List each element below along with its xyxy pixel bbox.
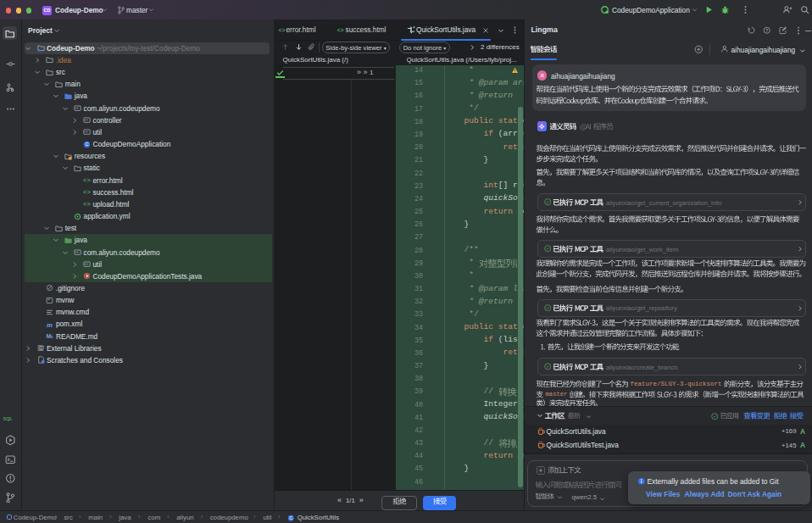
svg-text:<>: <> [278,27,285,34]
svg-text:<>: <> [83,201,91,208]
svg-text:m: m [47,320,53,328]
svg-text:<>: <> [336,27,343,34]
svg-text:<>: <> [83,177,91,184]
svg-text:?: ? [765,29,768,33]
svg-text:M: M [47,333,52,339]
svg-text:C: C [289,515,292,520]
svg-text:<>: <> [83,189,91,196]
svg-text:C: C [86,142,89,147]
